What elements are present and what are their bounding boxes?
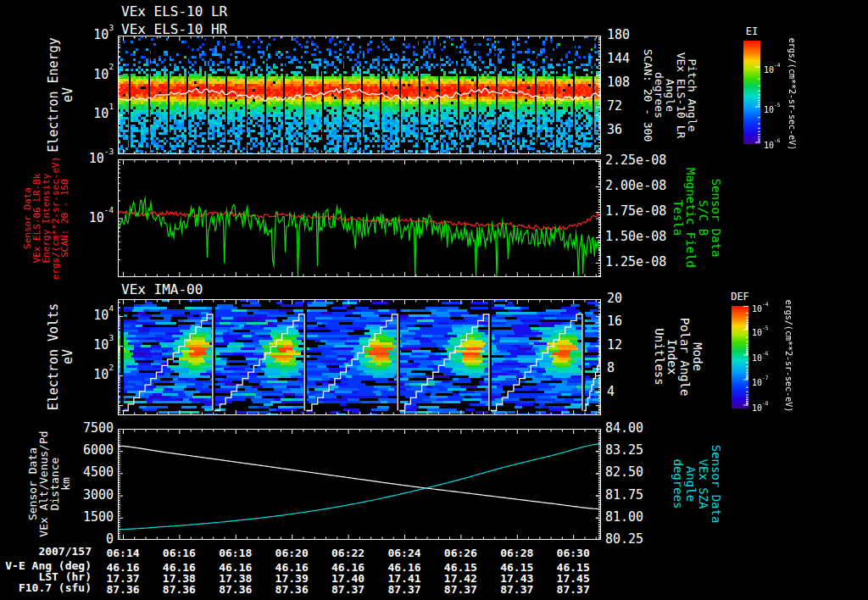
sza-axis-title: Sensor DataVEx SZAAngledegrees (671, 425, 722, 543)
f107-value: 87.37 (433, 582, 487, 597)
f107-value: 87.36 (264, 582, 319, 597)
pitch-angle-axis-title-line: degrees (654, 31, 665, 158)
bfield-tick-label: 2.00e-08 (605, 179, 666, 193)
trajectory-canvas (118, 429, 601, 540)
intensity-tick-label: 10-4 (63, 210, 114, 225)
time-tick-label: 06:16 (152, 546, 206, 560)
panel1-title-line1: VEx ELS-10 LR (121, 5, 227, 19)
bfield-axis-title-line: Sensor Data (709, 158, 722, 277)
els-colorbar-tick-label: 10-5 (764, 102, 781, 116)
time-tick-label: 06:18 (209, 546, 263, 560)
pitch-angle-axis-title-line: VEx ELS-10 LR (676, 31, 687, 158)
f107-value: 87.36 (209, 582, 263, 597)
els-spectrogram-canvas (118, 36, 601, 154)
time-tick-label: 06:14 (96, 546, 150, 560)
mode-axis-title-line: Index (665, 297, 678, 416)
els-y-axis-title-line: Electron Energy (47, 36, 61, 154)
intensity-bfield-canvas (118, 159, 601, 277)
bfield-tick-label: 1.50e-08 (605, 230, 666, 244)
els-colorbar-canvas (743, 41, 760, 144)
pitch-angle-axis-title-line: SCAN: 20 - 300 (643, 31, 654, 158)
sza-axis-title-line: Angle (684, 425, 697, 543)
ima-spectrogram-canvas (118, 299, 601, 415)
ima-colorbar-units: ergs/(cm**2-sr-sec-eV) (783, 271, 793, 441)
f107-value: 87.37 (321, 582, 376, 597)
bfield-tick-label: 1.75e-08 (605, 204, 666, 219)
pitch-angle-tick-label: 36 (607, 123, 622, 137)
ima-colorbar-tick-label: 10-4 (752, 301, 769, 315)
colorbar1-title: EI (737, 26, 767, 37)
ima-y-axis-title: Electron VoltseV (47, 297, 75, 416)
mode-index-tick-label: 20 (607, 292, 622, 306)
footer-row-label-f107: F10.7 (sfu) (0, 582, 92, 594)
ima-y-axis-title-line: eV (61, 297, 75, 416)
sza-axis-title-line: degrees (671, 425, 684, 543)
mode-axis-title-line: Unitless (653, 297, 665, 416)
ima-colorbar-units-line: ergs/(cm**2-sr-sec-eV) (783, 271, 793, 441)
time-tick-label: 06:20 (264, 546, 319, 560)
mode-index-tick-label: 12 (607, 338, 622, 353)
f107-value: 87.37 (490, 582, 544, 597)
altitude-y-axis-title-line: km (60, 425, 71, 543)
els-y-axis-title-line: eV (61, 36, 75, 154)
pitch-angle-axis-title: Pitch AngleVEx ELS-10 LRAngledegreesSCAN… (643, 31, 698, 158)
bfield-tick-label: 1.25e-08 (605, 255, 666, 269)
sza-axis-title-line: Sensor Data (709, 425, 722, 543)
els-colorbar-tick-label: 10-6 (764, 137, 781, 152)
sza-tick-label: 84.00 (605, 421, 643, 436)
bfield-axis-title-line: Magnetic Field (684, 158, 697, 277)
els-y-axis-title: Electron EnergyeV (47, 36, 75, 154)
ima-colorbar-tick-label: 10-5 (752, 325, 769, 339)
pitch-angle-tick-label: 108 (607, 75, 630, 90)
time-tick-label: 06:30 (546, 546, 600, 560)
sza-tick-label: 83.25 (605, 443, 643, 458)
sza-tick-label: 81.00 (605, 510, 643, 525)
mode-axis-title: ModePolar AngleIndexUnitless (653, 297, 704, 416)
sza-tick-label: 81.75 (605, 488, 643, 503)
time-tick-label: 06:28 (490, 546, 544, 560)
sza-tick-label: 82.50 (605, 465, 643, 480)
footer-date-label: 2007/157 (0, 546, 92, 558)
altitude-y-axis-title: Sensor DataVEx Alt/Venus/PdDistancekm (27, 425, 71, 543)
ima-colorbar-canvas (732, 306, 748, 408)
intensity-y-axis-title-line: SCAN: 20 - 150 (60, 150, 70, 286)
ima-colorbar-tick-label: 10-6 (752, 350, 769, 364)
mode-index-tick-label: 8 (607, 361, 615, 375)
els-colorbar-units: ergs/(cm**2-sr-sec-eV) (787, 9, 797, 179)
ima-y-axis-title-line: Electron Volts (47, 297, 61, 416)
f107-value: 87.37 (546, 582, 600, 597)
els-colorbar-tick-label: 10-4 (764, 62, 781, 76)
els-colorbar-units-line: ergs/(cm**2-sr-sec-eV) (787, 9, 797, 179)
f107-value: 87.36 (152, 582, 206, 597)
time-tick-label: 06:26 (433, 546, 487, 560)
time-tick-label: 06:22 (321, 546, 376, 560)
vex-quicklook-figure: VEx ELS-10 LR VEx ELS-10 HR VEx IMA-00 E… (0, 0, 868, 600)
intensity-y-axis-title: Sensor DataVEx ELS-06 LR-BkEnergy Intens… (23, 150, 70, 286)
panel3-title: VEx IMA-00 (121, 283, 203, 297)
sza-axis-title-line: VEx SZA (697, 425, 709, 543)
sza-tick-label: 80.25 (605, 532, 643, 547)
pitch-angle-tick-label: 72 (607, 99, 622, 114)
time-tick-label: 06:24 (377, 546, 431, 560)
mode-axis-title-line: Polar Angle (678, 297, 691, 416)
bfield-axis-title-line: S/C B (697, 158, 709, 277)
f107-value: 87.37 (377, 582, 431, 597)
bfield-axis-title-line: Tesla (671, 158, 684, 277)
ima-colorbar-tick-label: 10-8 (752, 400, 769, 414)
mode-index-tick-label: 16 (607, 314, 622, 329)
colorbar2-title: DEF (725, 292, 755, 303)
pitch-angle-axis-title-line: Pitch Angle (687, 31, 698, 158)
ima-colorbar-tick-label: 10-7 (752, 375, 769, 389)
pitch-angle-tick-label: 180 (607, 28, 630, 42)
pitch-angle-tick-label: 144 (607, 52, 630, 66)
bfield-axis-title: Sensor DataS/C BMagnetic FieldTesla (671, 158, 722, 277)
pitch-angle-axis-title-line: Angle (665, 31, 676, 158)
mode-axis-title-line: Mode (691, 297, 704, 416)
mode-index-tick-label: 4 (607, 385, 615, 399)
f107-value: 87.36 (96, 582, 150, 597)
